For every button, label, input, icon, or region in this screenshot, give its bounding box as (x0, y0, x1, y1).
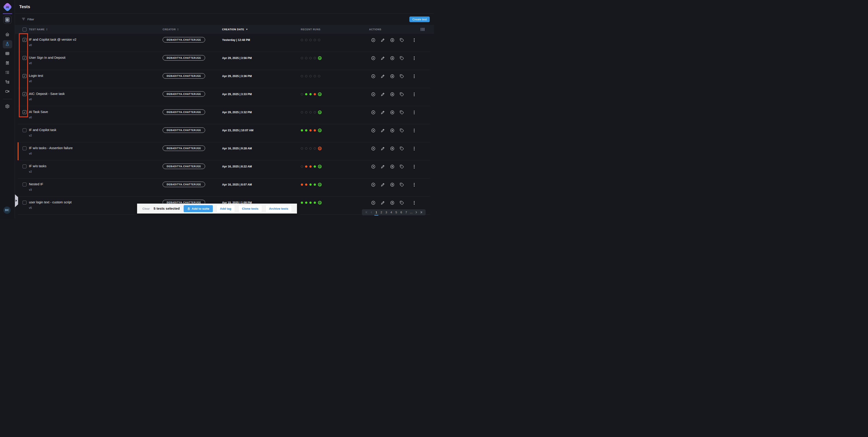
test-name[interactable]: IF w/o tasks - Assertion failure (29, 146, 163, 150)
table-row[interactable]: ✓AI Task Savev0DEBADITYA.CHATTERJEEApr 2… (15, 106, 434, 124)
run-button[interactable] (371, 110, 376, 115)
edit-button[interactable] (380, 92, 385, 97)
run-status-dot-green[interactable] (301, 202, 303, 204)
run-status-dot-green-ring[interactable] (318, 183, 321, 187)
add-to-suite-button[interactable]: Add to suite (184, 205, 213, 212)
page-button-7[interactable]: 7 (404, 209, 408, 215)
edit-button[interactable] (380, 56, 385, 61)
run-button[interactable] (371, 128, 376, 133)
more-button[interactable] (412, 56, 414, 61)
column-header-creator[interactable]: CREATOR ▲▼ (163, 28, 222, 31)
more-button[interactable] (412, 74, 414, 79)
tag-button[interactable] (399, 200, 404, 205)
page-button-1[interactable]: 1 (374, 209, 379, 215)
run-status-dot-green-ring[interactable] (318, 165, 321, 168)
tag-button[interactable] (399, 110, 404, 115)
prev-page-button[interactable] (369, 209, 374, 215)
run-status-dot-green-ring[interactable] (318, 201, 321, 204)
edit-button[interactable] (380, 164, 385, 169)
run-button[interactable] (371, 38, 376, 42)
run-status-dot-green[interactable] (309, 93, 312, 95)
run-status-dot-orange-ring[interactable] (318, 147, 321, 150)
columns-settings-icon[interactable] (421, 28, 425, 31)
run-status-dot-green[interactable] (305, 202, 307, 204)
run-status-dot-orange[interactable] (314, 93, 316, 95)
table-row[interactable]: Nested IFv3DEBADITYA.CHATTERJEEApr 16, 2… (15, 178, 434, 197)
column-header-creation-date[interactable]: CREATION DATE ▼ (222, 28, 301, 31)
table-row[interactable]: ✓AIC: Deposit - Save taskv0DEBADITYA.CHA… (15, 88, 434, 106)
add-to-suite-button[interactable] (390, 74, 395, 79)
test-name[interactable]: IF w/o tasks (29, 164, 163, 168)
clone-tests-button[interactable]: Clone tests (239, 205, 262, 212)
user-avatar[interactable]: DC (3, 206, 11, 214)
tag-button[interactable] (399, 128, 404, 133)
test-name[interactable]: User Sign In and Deposit (29, 56, 163, 60)
table-row[interactable]: ✓IF and Copilot task @ version v2v0DEBAD… (15, 34, 434, 52)
run-button[interactable] (371, 92, 376, 97)
tag-button[interactable] (399, 56, 404, 61)
add-to-suite-button[interactable] (390, 164, 395, 169)
row-checkbox[interactable]: ✓ (23, 74, 27, 78)
table-row[interactable]: IF w/o tasks - Assertion failurev0DEBADI… (15, 142, 434, 161)
page-button-3[interactable]: 3 (384, 209, 389, 215)
row-checkbox[interactable] (23, 165, 27, 168)
more-button[interactable] (412, 110, 414, 115)
table-row[interactable]: ✓User Sign In and Depositv0DEBADITYA.CHA… (15, 52, 434, 70)
more-button[interactable] (412, 200, 414, 205)
first-page-button[interactable] (364, 209, 369, 215)
run-status-dot-green[interactable] (305, 93, 307, 95)
workspace-avatar[interactable]: D (3, 15, 11, 24)
run-button[interactable] (371, 164, 376, 169)
add-tag-button[interactable]: Add tag (217, 205, 235, 212)
table-row[interactable]: IF and Copilot taskv2DEBADITYA.CHATTERJE… (15, 124, 434, 142)
more-button[interactable] (412, 92, 414, 97)
tag-button[interactable] (399, 164, 404, 169)
clear-selection-button[interactable]: Clear (143, 207, 150, 210)
sidebar-item-settings[interactable] (3, 103, 12, 111)
tag-button[interactable] (399, 146, 404, 151)
run-status-dot-orange[interactable] (309, 165, 312, 168)
run-status-dot-green-ring[interactable] (318, 110, 321, 114)
run-status-dot-green[interactable] (314, 202, 316, 204)
edit-button[interactable] (380, 128, 385, 133)
edit-button[interactable] (380, 146, 385, 151)
archive-tests-button[interactable]: Archive tests (266, 205, 292, 212)
tag-button[interactable] (399, 74, 404, 79)
edit-button[interactable] (380, 200, 385, 205)
run-status-dot-orange[interactable] (305, 183, 307, 186)
sidebar-item-test-tubes[interactable] (3, 59, 12, 67)
more-button[interactable] (412, 182, 414, 187)
more-button[interactable] (412, 38, 414, 42)
add-to-suite-button[interactable] (390, 146, 395, 151)
test-name[interactable]: AIC: Deposit - Save task (29, 92, 163, 96)
test-name[interactable]: Login test (29, 74, 163, 77)
edit-button[interactable] (380, 110, 385, 115)
page-button-2[interactable]: 2 (379, 209, 383, 215)
more-button[interactable] (412, 146, 414, 151)
row-checkbox[interactable]: ✓ (23, 110, 27, 114)
edit-button[interactable] (380, 182, 385, 187)
run-status-dot-orange[interactable] (301, 183, 303, 186)
test-name[interactable]: IF and Copilot task @ version v2 (29, 38, 163, 41)
row-checkbox[interactable] (23, 201, 27, 204)
test-name[interactable]: IF and Copilot task (29, 128, 163, 132)
run-status-dot-orange[interactable] (309, 129, 312, 132)
row-checkbox[interactable]: ✓ (23, 38, 27, 42)
row-checkbox[interactable] (23, 182, 27, 187)
more-button[interactable] (412, 128, 414, 133)
sidebar-item-data-tables[interactable] (3, 50, 12, 58)
sidebar-item-recordings[interactable] (3, 88, 12, 96)
row-checkbox[interactable] (23, 146, 27, 150)
add-to-suite-button[interactable] (390, 38, 395, 42)
page-button-5[interactable]: 5 (394, 209, 399, 215)
add-to-suite-button[interactable] (390, 110, 395, 115)
run-status-dot-green-ring[interactable] (318, 92, 321, 96)
run-status-dot-green[interactable] (314, 165, 316, 168)
column-header-test-name[interactable]: TEST NAME ▲▼ (29, 28, 163, 31)
run-status-dot-green-ring[interactable] (318, 56, 321, 60)
row-checkbox[interactable]: ✓ (23, 56, 27, 60)
run-status-dot-green[interactable] (309, 202, 312, 204)
add-to-suite-button[interactable] (390, 200, 395, 205)
next-page-button[interactable] (414, 209, 418, 215)
run-button[interactable] (371, 146, 376, 151)
